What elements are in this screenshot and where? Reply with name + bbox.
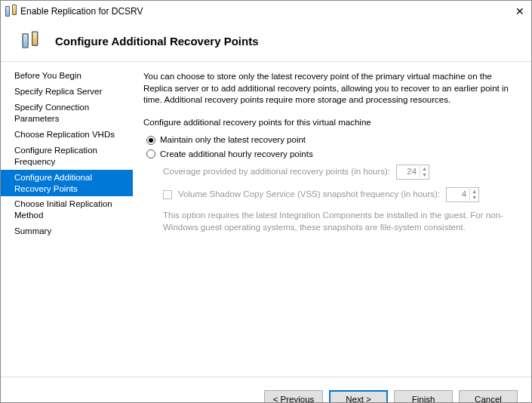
coverage-label: Coverage provided by additional recovery…: [163, 166, 390, 178]
coverage-value: 24: [397, 166, 420, 178]
radio-maintain-latest[interactable]: Maintain only the latest recovery point: [146, 134, 516, 146]
vss-label: Volume Shadow Copy Service (VSS) snapsho…: [178, 189, 440, 201]
replication-icon: [5, 5, 19, 18]
replication-icon-large: [22, 31, 41, 50]
sidebar-item-specify-replica-server[interactable]: Specify Replica Server: [1, 84, 133, 100]
content: Before You Begin Specify Replica Server …: [1, 61, 531, 377]
radio-label: Maintain only the latest recovery point: [160, 134, 306, 146]
sidebar: Before You Begin Specify Replica Server …: [1, 62, 133, 377]
vss-note: This option requires the latest Integrat…: [163, 210, 516, 233]
spinner-arrows-icon: ▲▼: [420, 166, 429, 178]
vss-checkbox[interactable]: [163, 190, 172, 199]
radio-icon: [146, 136, 155, 145]
sidebar-item-configure-additional-recovery-points[interactable]: Configure Additional Recovery Points: [1, 170, 133, 197]
sidebar-item-choose-initial-replication-method[interactable]: Choose Initial Replication Method: [1, 196, 133, 223]
titlebar: Enable Replication for DCSRV ✕: [1, 1, 531, 22]
cancel-button[interactable]: Cancel: [459, 390, 518, 404]
subhead-text: Configure additional recovery points for…: [143, 117, 516, 129]
sidebar-item-before-you-begin[interactable]: Before You Begin: [1, 68, 133, 84]
previous-button[interactable]: < Previous: [264, 390, 323, 404]
radio-label: Create additional hourly recovery points: [160, 149, 313, 161]
sidebar-item-choose-replication-vhds[interactable]: Choose Replication VHDs: [1, 127, 133, 143]
main-panel: You can choose to store only the latest …: [133, 62, 531, 377]
sidebar-item-specify-connection-parameters[interactable]: Specify Connection Parameters: [1, 100, 133, 127]
finish-button[interactable]: Finish: [394, 390, 453, 404]
spinner-arrows-icon: ▲▼: [469, 189, 478, 201]
sidebar-item-summary[interactable]: Summary: [1, 223, 133, 239]
header: Configure Additional Recovery Points: [1, 22, 531, 61]
close-icon[interactable]: ✕: [515, 6, 525, 17]
coverage-spinner[interactable]: 24 ▲▼: [396, 165, 429, 180]
window-title: Enable Replication for DCSRV: [20, 6, 515, 17]
sidebar-item-configure-replication-frequency[interactable]: Configure Replication Frequency: [1, 143, 133, 170]
vss-spinner[interactable]: 4 ▲▼: [446, 187, 479, 202]
radio-icon: [146, 149, 155, 158]
vss-value: 4: [447, 189, 469, 201]
next-button[interactable]: Next >: [329, 390, 388, 404]
intro-text: You can choose to store only the latest …: [143, 71, 516, 106]
coverage-row: Coverage provided by additional recovery…: [163, 165, 516, 180]
radio-create-additional[interactable]: Create additional hourly recovery points: [146, 149, 516, 161]
vss-row: Volume Shadow Copy Service (VSS) snapsho…: [163, 187, 516, 202]
footer: < Previous Next > Finish Cancel: [1, 377, 531, 403]
page-title: Configure Additional Recovery Points: [55, 35, 258, 48]
additional-options: Coverage provided by additional recovery…: [163, 165, 516, 233]
